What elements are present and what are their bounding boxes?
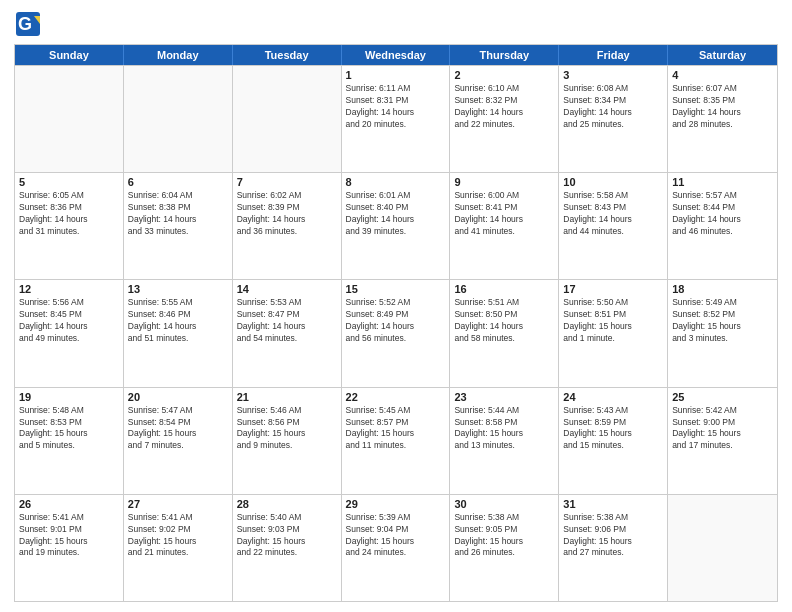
day-cell-27: 27Sunrise: 5:41 AM Sunset: 9:02 PM Dayli… <box>124 495 233 601</box>
day-info: Sunrise: 6:11 AM Sunset: 8:31 PM Dayligh… <box>346 83 446 131</box>
day-number: 20 <box>128 391 228 403</box>
day-info: Sunrise: 5:38 AM Sunset: 9:05 PM Dayligh… <box>454 512 554 560</box>
day-info: Sunrise: 5:39 AM Sunset: 9:04 PM Dayligh… <box>346 512 446 560</box>
day-cell-28: 28Sunrise: 5:40 AM Sunset: 9:03 PM Dayli… <box>233 495 342 601</box>
empty-cell <box>233 66 342 172</box>
day-cell-19: 19Sunrise: 5:48 AM Sunset: 8:53 PM Dayli… <box>15 388 124 494</box>
day-cell-8: 8Sunrise: 6:01 AM Sunset: 8:40 PM Daylig… <box>342 173 451 279</box>
day-info: Sunrise: 5:43 AM Sunset: 8:59 PM Dayligh… <box>563 405 663 453</box>
day-cell-18: 18Sunrise: 5:49 AM Sunset: 8:52 PM Dayli… <box>668 280 777 386</box>
day-cell-20: 20Sunrise: 5:47 AM Sunset: 8:54 PM Dayli… <box>124 388 233 494</box>
day-number: 26 <box>19 498 119 510</box>
day-number: 5 <box>19 176 119 188</box>
day-cell-15: 15Sunrise: 5:52 AM Sunset: 8:49 PM Dayli… <box>342 280 451 386</box>
day-cell-21: 21Sunrise: 5:46 AM Sunset: 8:56 PM Dayli… <box>233 388 342 494</box>
day-number: 27 <box>128 498 228 510</box>
page: G SundayMondayTuesdayWednesdayThursdayFr… <box>0 0 792 612</box>
day-info: Sunrise: 5:48 AM Sunset: 8:53 PM Dayligh… <box>19 405 119 453</box>
logo: G <box>14 10 46 38</box>
day-cell-24: 24Sunrise: 5:43 AM Sunset: 8:59 PM Dayli… <box>559 388 668 494</box>
day-cell-25: 25Sunrise: 5:42 AM Sunset: 9:00 PM Dayli… <box>668 388 777 494</box>
day-cell-3: 3Sunrise: 6:08 AM Sunset: 8:34 PM Daylig… <box>559 66 668 172</box>
calendar: SundayMondayTuesdayWednesdayThursdayFrid… <box>14 44 778 602</box>
day-info: Sunrise: 6:07 AM Sunset: 8:35 PM Dayligh… <box>672 83 773 131</box>
day-info: Sunrise: 5:55 AM Sunset: 8:46 PM Dayligh… <box>128 297 228 345</box>
header-day-friday: Friday <box>559 45 668 65</box>
day-cell-4: 4Sunrise: 6:07 AM Sunset: 8:35 PM Daylig… <box>668 66 777 172</box>
day-cell-9: 9Sunrise: 6:00 AM Sunset: 8:41 PM Daylig… <box>450 173 559 279</box>
day-number: 16 <box>454 283 554 295</box>
day-number: 2 <box>454 69 554 81</box>
empty-cell <box>668 495 777 601</box>
day-cell-30: 30Sunrise: 5:38 AM Sunset: 9:05 PM Dayli… <box>450 495 559 601</box>
day-cell-1: 1Sunrise: 6:11 AM Sunset: 8:31 PM Daylig… <box>342 66 451 172</box>
day-cell-6: 6Sunrise: 6:04 AM Sunset: 8:38 PM Daylig… <box>124 173 233 279</box>
day-cell-2: 2Sunrise: 6:10 AM Sunset: 8:32 PM Daylig… <box>450 66 559 172</box>
day-info: Sunrise: 5:41 AM Sunset: 9:01 PM Dayligh… <box>19 512 119 560</box>
day-number: 18 <box>672 283 773 295</box>
day-number: 24 <box>563 391 663 403</box>
header-day-thursday: Thursday <box>450 45 559 65</box>
header-day-monday: Monday <box>124 45 233 65</box>
day-cell-29: 29Sunrise: 5:39 AM Sunset: 9:04 PM Dayli… <box>342 495 451 601</box>
day-number: 9 <box>454 176 554 188</box>
day-number: 10 <box>563 176 663 188</box>
day-info: Sunrise: 6:02 AM Sunset: 8:39 PM Dayligh… <box>237 190 337 238</box>
empty-cell <box>15 66 124 172</box>
day-cell-12: 12Sunrise: 5:56 AM Sunset: 8:45 PM Dayli… <box>15 280 124 386</box>
day-info: Sunrise: 5:53 AM Sunset: 8:47 PM Dayligh… <box>237 297 337 345</box>
day-info: Sunrise: 6:04 AM Sunset: 8:38 PM Dayligh… <box>128 190 228 238</box>
day-number: 19 <box>19 391 119 403</box>
day-cell-23: 23Sunrise: 5:44 AM Sunset: 8:58 PM Dayli… <box>450 388 559 494</box>
day-info: Sunrise: 5:51 AM Sunset: 8:50 PM Dayligh… <box>454 297 554 345</box>
day-info: Sunrise: 5:58 AM Sunset: 8:43 PM Dayligh… <box>563 190 663 238</box>
header-day-saturday: Saturday <box>668 45 777 65</box>
svg-text:G: G <box>18 14 32 34</box>
day-cell-22: 22Sunrise: 5:45 AM Sunset: 8:57 PM Dayli… <box>342 388 451 494</box>
header: G <box>14 10 778 38</box>
logo-icon: G <box>14 10 42 38</box>
day-info: Sunrise: 5:56 AM Sunset: 8:45 PM Dayligh… <box>19 297 119 345</box>
header-day-wednesday: Wednesday <box>342 45 451 65</box>
day-cell-16: 16Sunrise: 5:51 AM Sunset: 8:50 PM Dayli… <box>450 280 559 386</box>
day-number: 15 <box>346 283 446 295</box>
day-number: 30 <box>454 498 554 510</box>
day-info: Sunrise: 5:41 AM Sunset: 9:02 PM Dayligh… <box>128 512 228 560</box>
day-info: Sunrise: 5:46 AM Sunset: 8:56 PM Dayligh… <box>237 405 337 453</box>
week-row-1: 1Sunrise: 6:11 AM Sunset: 8:31 PM Daylig… <box>15 65 777 172</box>
day-number: 8 <box>346 176 446 188</box>
empty-cell <box>124 66 233 172</box>
day-number: 13 <box>128 283 228 295</box>
day-number: 17 <box>563 283 663 295</box>
day-number: 4 <box>672 69 773 81</box>
day-info: Sunrise: 5:45 AM Sunset: 8:57 PM Dayligh… <box>346 405 446 453</box>
week-row-5: 26Sunrise: 5:41 AM Sunset: 9:01 PM Dayli… <box>15 494 777 601</box>
day-number: 22 <box>346 391 446 403</box>
day-cell-26: 26Sunrise: 5:41 AM Sunset: 9:01 PM Dayli… <box>15 495 124 601</box>
day-info: Sunrise: 5:49 AM Sunset: 8:52 PM Dayligh… <box>672 297 773 345</box>
day-cell-5: 5Sunrise: 6:05 AM Sunset: 8:36 PM Daylig… <box>15 173 124 279</box>
header-day-tuesday: Tuesday <box>233 45 342 65</box>
day-info: Sunrise: 5:42 AM Sunset: 9:00 PM Dayligh… <box>672 405 773 453</box>
day-cell-14: 14Sunrise: 5:53 AM Sunset: 8:47 PM Dayli… <box>233 280 342 386</box>
day-cell-7: 7Sunrise: 6:02 AM Sunset: 8:39 PM Daylig… <box>233 173 342 279</box>
calendar-body: 1Sunrise: 6:11 AM Sunset: 8:31 PM Daylig… <box>15 65 777 601</box>
day-info: Sunrise: 5:40 AM Sunset: 9:03 PM Dayligh… <box>237 512 337 560</box>
day-number: 12 <box>19 283 119 295</box>
day-number: 23 <box>454 391 554 403</box>
day-number: 28 <box>237 498 337 510</box>
day-info: Sunrise: 5:38 AM Sunset: 9:06 PM Dayligh… <box>563 512 663 560</box>
day-number: 1 <box>346 69 446 81</box>
day-number: 29 <box>346 498 446 510</box>
day-number: 25 <box>672 391 773 403</box>
day-number: 14 <box>237 283 337 295</box>
day-info: Sunrise: 5:57 AM Sunset: 8:44 PM Dayligh… <box>672 190 773 238</box>
week-row-3: 12Sunrise: 5:56 AM Sunset: 8:45 PM Dayli… <box>15 279 777 386</box>
calendar-header: SundayMondayTuesdayWednesdayThursdayFrid… <box>15 45 777 65</box>
day-info: Sunrise: 6:08 AM Sunset: 8:34 PM Dayligh… <box>563 83 663 131</box>
day-cell-11: 11Sunrise: 5:57 AM Sunset: 8:44 PM Dayli… <box>668 173 777 279</box>
day-info: Sunrise: 6:05 AM Sunset: 8:36 PM Dayligh… <box>19 190 119 238</box>
day-number: 7 <box>237 176 337 188</box>
day-number: 11 <box>672 176 773 188</box>
day-number: 21 <box>237 391 337 403</box>
